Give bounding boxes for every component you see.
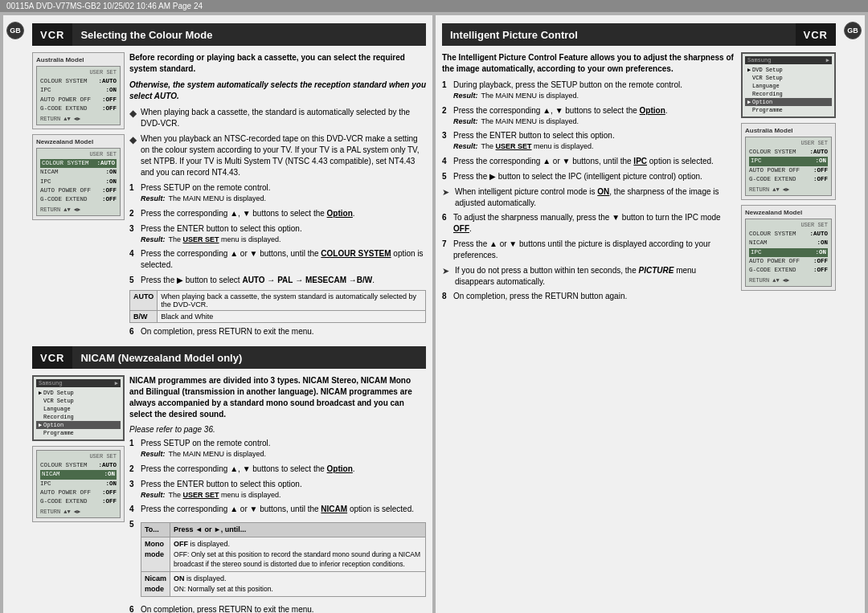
ipc-step-6: 6 To adjust the sharpness manually, pres… bbox=[442, 212, 736, 235]
australia-screen-box: Australia Model USER SET COLOUR SYSTEM :… bbox=[32, 52, 125, 129]
bullet-text-1: When you playback an NTSC-recorded tape … bbox=[141, 133, 426, 178]
nicam-result-1-text: The MAIN MENU is displayed. bbox=[169, 449, 267, 460]
nz-row-ipc: IPC :ON bbox=[40, 178, 117, 186]
nz-row-gcode: G-CODE EXTEND :OFF bbox=[40, 195, 117, 204]
ipc-result-1-label: Result: bbox=[453, 91, 478, 101]
ipc-aus-key-cs: COLOUR SYSTEM bbox=[749, 148, 796, 157]
ipc-step-3-result: Result: The USER SET menu is displayed. bbox=[453, 141, 736, 152]
step-content-1: Press SETUP on the remote control. Resul… bbox=[141, 182, 426, 204]
nicam-step-3-result: Result: The USER SET menu is displayed. bbox=[141, 490, 426, 501]
ipc-nz-row-gcode: G-CODE EXTEND :OFF bbox=[749, 266, 828, 275]
vcr-title-nicam: NICAM (Newzealand Model only) bbox=[72, 352, 426, 364]
nicam-row-gcode: G-CODE EXTEND :OFF bbox=[40, 497, 117, 506]
pages-container: GB VCR Selecting the Colour Mode Austral… bbox=[0, 12, 868, 613]
ipc-result-3-label: Result: bbox=[453, 141, 478, 152]
step-num-4: 4 bbox=[129, 248, 141, 271]
nz-return-label: RETURN bbox=[40, 206, 60, 213]
ipc-step-num-6: 6 bbox=[442, 212, 453, 235]
ipc-step-num-7: 7 bbox=[442, 239, 453, 261]
step-content-4: Press the corresponding ▲ or ▼ buttons, … bbox=[141, 248, 426, 271]
nicam-val-gcode: :OFF bbox=[102, 497, 117, 506]
ipc-step-content-1: During playback, press the SETUP button … bbox=[453, 80, 736, 101]
aus-set-label: USER SET bbox=[89, 69, 117, 76]
nz-row-colour-sys: COLOUR SYSTEM :AUTO bbox=[40, 159, 117, 168]
ipc-menu-header: Samsung ▶ bbox=[745, 56, 832, 64]
nz-key-gcode: G-CODE EXTEND bbox=[40, 195, 88, 204]
ipc-result-2-label: Result: bbox=[453, 116, 478, 127]
nz-val-colour-sys: :AUTO bbox=[96, 159, 115, 168]
ipc-nz-screen-box: Newzealand Model USER SET COLOUR SYSTEM … bbox=[741, 205, 836, 291]
ipc-result-1-text: The MAIN MENU is displayed. bbox=[481, 91, 579, 101]
ipc-nz-header: USER SET bbox=[749, 222, 828, 228]
step-3-result: Result: The USER SET menu is displayed. bbox=[141, 235, 426, 245]
nicam-step-content-6: On completion, press RETURN to exit the … bbox=[141, 604, 426, 613]
ipc-nz-set: USER SET bbox=[800, 222, 828, 228]
nicam-menu-prog: Programme bbox=[36, 429, 121, 437]
ipc-aus-set: USER SET bbox=[800, 140, 828, 146]
nicam-result-3-label: Result: bbox=[141, 490, 166, 501]
nicam-step-1: 1 Press SETUP on the remote control. Res… bbox=[129, 438, 426, 460]
nicam-row-ipc: IPC :ON bbox=[40, 480, 117, 488]
bullet-0: ◆ When playing back a cassette, the stan… bbox=[129, 107, 426, 129]
nicam-key-cs: COLOUR SYSTEM bbox=[40, 461, 88, 470]
step-num-6-colour: 6 bbox=[129, 326, 141, 337]
step-3-result-label: Result: bbox=[141, 235, 166, 245]
ipc-step-8: 8 On completion, press the RETURN button… bbox=[442, 291, 736, 302]
ipc-menu-lang: Language bbox=[745, 82, 832, 90]
nicam-step-6: 6 On completion, press RETURN to exit th… bbox=[129, 604, 426, 613]
vcr-title-ipc: Intelligent Picture Control bbox=[442, 29, 796, 41]
vcr-label-1: VCR bbox=[32, 23, 72, 46]
ipc-aus-row-apo: AUTO POWER OFF :OFF bbox=[749, 166, 828, 175]
colour-mode-right: Before recording or playing back a casse… bbox=[129, 52, 426, 341]
nicam-return-arrows: ▲▼ ◄► bbox=[63, 509, 80, 515]
step-1-result-text: The MAIN MENU is displayed. bbox=[169, 194, 267, 204]
nicam-step-num-6: 6 bbox=[129, 604, 141, 613]
aus-return-label: RETURN bbox=[40, 116, 60, 122]
step-3: 3 Press the ENTER button to select this … bbox=[129, 223, 426, 245]
nicam-val-cs: :AUTO bbox=[98, 461, 117, 470]
nicam-intro: NICAM programmes are divided into 3 type… bbox=[129, 375, 426, 420]
vcr-label-nicam: VCR bbox=[32, 346, 72, 369]
ipc-nz-row-ipc: IPC :ON bbox=[749, 248, 828, 257]
nicam-step-3: 3 Press the ENTER button to select this … bbox=[129, 479, 426, 501]
nz-val-nicam: :ON bbox=[105, 168, 117, 177]
ipc-nz-val-apo: :OFF bbox=[813, 257, 828, 266]
ipc-aus-val-ipc: :ON bbox=[815, 157, 826, 166]
ipc-screens-col: Samsung ▶ ▶ DVD Setup VCR Setup bbox=[741, 52, 836, 306]
aus-val-1: :ON bbox=[105, 86, 117, 95]
ipc-result-2-text: The MAIN MENU is displayed. bbox=[481, 116, 579, 127]
nicam-step-4: 4 Press the corresponding ▲ or ▼ buttons… bbox=[129, 504, 426, 515]
nicam-mono-desc: OFF is displayed.OFF: Only set at this p… bbox=[170, 537, 426, 571]
ipc-step-5: 5 Press the ▶ button to select the IPC (… bbox=[442, 171, 736, 182]
nicam-screen-header: USER SET bbox=[40, 453, 117, 460]
ipc-step-content-4: Press the corresponding ▲ or ▼ buttons, … bbox=[453, 156, 736, 167]
nicam-th-to: To... bbox=[141, 523, 170, 537]
aus-row-3: G-CODE EXTEND :OFF bbox=[40, 104, 117, 113]
ipc-step-1-text: During playback, press the SETUP button … bbox=[453, 80, 736, 91]
nicam-row-nicam: NICAM :ON bbox=[40, 470, 117, 479]
nz-key-nicam: NICAM bbox=[40, 168, 59, 177]
nz-val-ipc: :ON bbox=[105, 178, 117, 186]
nicam-th-press: Press ◄ or ►, until... bbox=[170, 523, 426, 537]
nicam-screen-inner: USER SET COLOUR SYSTEM :AUTO NICAM :ON bbox=[36, 450, 121, 518]
australia-screen-header: USER SET bbox=[40, 69, 117, 76]
nicam-step-content-5: To... Press ◄ or ►, until... Mono mode O… bbox=[141, 519, 426, 599]
ipc-menu-dvd-dot: ▶ bbox=[747, 67, 752, 73]
mode-row-bw: B/W Black and White bbox=[130, 311, 426, 323]
nicam-columns: Samsung ▶ ▶ DVD Setup VCR Setup bbox=[32, 375, 426, 613]
nicam-val-apo: :OFF bbox=[102, 488, 117, 497]
ipc-step-1: 1 During playback, press the SETUP butto… bbox=[442, 80, 736, 101]
ipc-aus-row-cs: COLOUR SYSTEM :AUTO bbox=[749, 148, 828, 157]
step-5: 5 Press the ▶ button to select AUTO → PA… bbox=[129, 275, 426, 286]
ipc-note-1-arrow: ➤ bbox=[442, 186, 455, 209]
nicam-set-label: USER SET bbox=[89, 453, 117, 460]
nicam-row-nicam-mode: Nicam mode ON is displayed.ON: Normally … bbox=[141, 572, 426, 596]
ipc-nz-return: RETURN ▲▼ ◄► bbox=[749, 277, 828, 284]
step-4: 4 Press the corresponding ▲ or ▼ buttons… bbox=[129, 248, 426, 271]
ipc-note-2-arrow: ➤ bbox=[442, 265, 455, 288]
nicam-mono-mode: Mono mode bbox=[141, 537, 170, 571]
nicam-step-num-3: 3 bbox=[129, 479, 141, 501]
nicam-row-apo: AUTO POWER OFF :OFF bbox=[40, 488, 117, 497]
ipc-aus-header: USER SET bbox=[749, 140, 828, 146]
step-content-2: Press the corresponding ▲, ▼ buttons to … bbox=[141, 208, 426, 219]
